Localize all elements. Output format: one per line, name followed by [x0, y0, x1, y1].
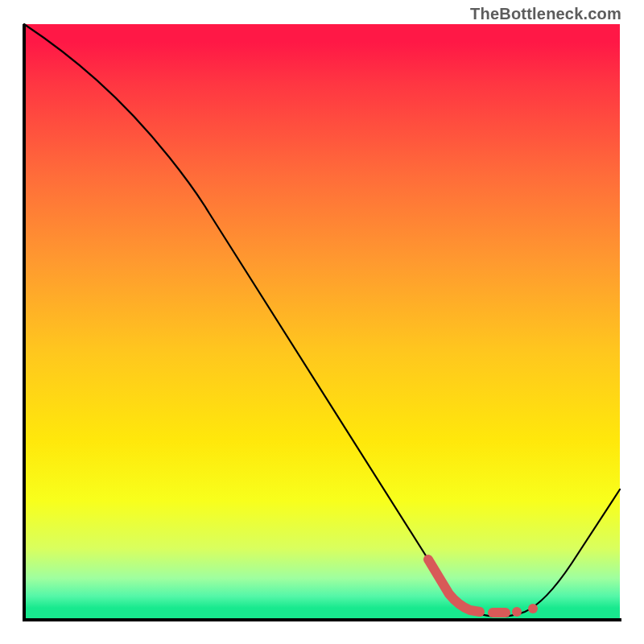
chart-container: TheBottleneck.com — [0, 0, 644, 644]
highlight-dot-1 — [512, 607, 522, 617]
x-axis — [23, 618, 621, 621]
curve-layer — [24, 24, 620, 620]
bottleneck-curve — [24, 24, 620, 617]
y-axis — [23, 24, 26, 621]
watermark-text: TheBottleneck.com — [470, 5, 621, 23]
highlight-dot-2 — [528, 604, 538, 613]
highlight-region — [428, 559, 480, 612]
